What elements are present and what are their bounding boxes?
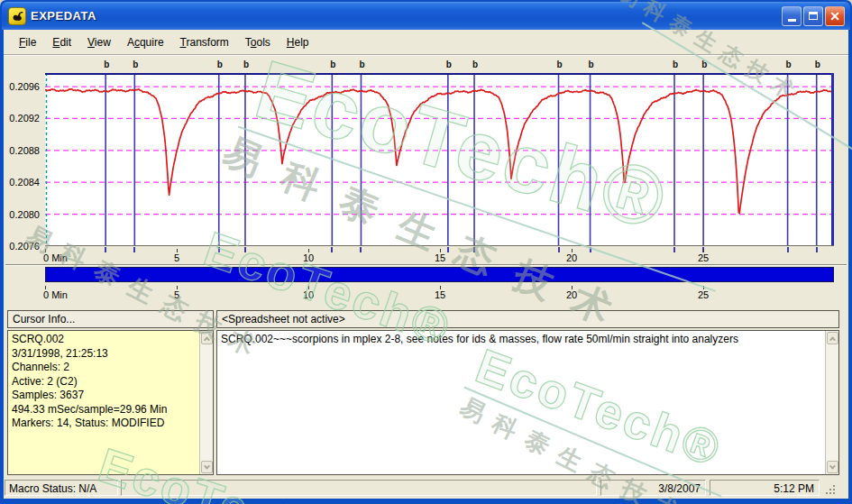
menu-item-file[interactable]: File: [11, 32, 44, 52]
x-tick-label: 20: [566, 252, 577, 263]
x-tick-label: 25: [698, 252, 709, 263]
x-tick-label: 0 Min: [43, 289, 68, 300]
resize-grip[interactable]: [833, 492, 835, 494]
marker-stub: [590, 247, 591, 252]
marker-label-row: bbbbbbbbbbbbbb: [45, 60, 834, 72]
app-window: EXPEDATA ✕ FileEditViewAcquireTransformT…: [0, 0, 852, 504]
chevron-up-icon: [829, 336, 836, 343]
separator-groove: [5, 264, 847, 266]
y-tick-label: 0.2092: [4, 113, 40, 124]
marker-stub: [473, 247, 475, 252]
marker-stub: [447, 247, 449, 252]
marker-stub: [244, 247, 246, 252]
marker-label-b: b: [359, 60, 364, 69]
x-tick-label: 5: [174, 252, 179, 263]
marker-label-b: b: [557, 60, 563, 69]
status-date: 3/8/2007: [600, 480, 706, 496]
scroll-up-button[interactable]: [827, 332, 838, 344]
marker-label-b: b: [815, 60, 820, 69]
y-tick-label: 0.2080: [4, 209, 40, 220]
scroll-down-button[interactable]: [827, 461, 838, 473]
cursor-info-header[interactable]: Cursor Info...: [7, 310, 214, 328]
chevron-down-icon: [829, 463, 836, 469]
status-filler: [121, 480, 597, 496]
marker-stub: [133, 247, 135, 252]
scroll-down-button[interactable]: [201, 461, 213, 473]
marker-stub: [787, 247, 789, 252]
x-tick-label: 10: [303, 252, 314, 263]
y-tick-label: 0.2076: [4, 241, 40, 252]
menu-bar: FileEditViewAcquireTransformToolsHelp: [4, 30, 848, 55]
marker-label-b: b: [673, 60, 678, 69]
menu-item-transform[interactable]: Transform: [172, 32, 237, 52]
y-tick-label: 0.2084: [4, 177, 40, 188]
x-tick-label: 25: [698, 289, 709, 300]
info-line-active: Active: 2 (C2): [12, 375, 197, 389]
y-tick-label: 0.2088: [4, 145, 40, 156]
x-tick-label: 15: [435, 289, 445, 300]
marker-stub: [558, 247, 560, 252]
marker-label-b: b: [786, 60, 792, 69]
minimize-icon: [788, 19, 796, 22]
x-tick-label: 20: [566, 289, 577, 300]
x-tick-label: 5: [174, 289, 179, 300]
marker-stub: [105, 247, 106, 252]
x-tick-label: 0 Min: [43, 252, 68, 263]
notes-text: SCRQ.002~~~scorpions in mplex 2-8, see n…: [221, 333, 822, 347]
info-line-filename: SCRQ.002: [12, 333, 197, 347]
menu-item-help[interactable]: Help: [279, 32, 317, 52]
info-line-rate: 494.33 mSec/sample=29.96 Min: [12, 403, 197, 417]
menu-item-tools[interactable]: Tools: [237, 32, 279, 52]
marker-label-b: b: [701, 60, 707, 69]
marker-label-b: b: [589, 60, 594, 69]
info-line-samples: Samples: 3637: [12, 389, 197, 403]
minimize-button[interactable]: [782, 6, 802, 26]
marker-stub: [673, 247, 675, 252]
info-line-channels: Channels: 2: [12, 361, 197, 375]
x-axis-navigator: 0 Min510152025: [45, 286, 834, 300]
marker-stub: [360, 247, 362, 252]
close-button[interactable]: ✕: [825, 6, 845, 26]
title-bar[interactable]: EXPEDATA ✕: [2, 2, 850, 30]
app-icon-scorpion: [8, 7, 26, 25]
spreadsheet-header[interactable]: <Spreadsheet not active>: [216, 310, 839, 328]
info-line-datetime: 3/31/1998, 21:25:13: [12, 347, 197, 362]
menu-item-edit[interactable]: Edit: [44, 32, 79, 52]
scorpion-glyph: [10, 9, 24, 23]
x-tick-label: 15: [435, 252, 445, 263]
marker-stub: [331, 247, 333, 252]
marker-label-b: b: [446, 60, 452, 69]
navigator-bar[interactable]: [45, 267, 834, 282]
x-tick-label: 10: [303, 289, 314, 300]
chart-plot[interactable]: [45, 73, 834, 246]
menu-item-view[interactable]: View: [79, 32, 119, 52]
status-bar: Macro Status: N/A 3/8/2007 5:12 PM: [4, 478, 848, 498]
marker-label-b: b: [133, 60, 138, 69]
marker-label-b: b: [217, 60, 223, 69]
window-title: EXPEDATA: [31, 9, 96, 23]
marker-label-b: b: [243, 60, 249, 69]
x-axis-main: 0 Min510152025: [45, 247, 834, 263]
window-content: FileEditViewAcquireTransformToolsHelp bb…: [4, 30, 848, 499]
status-time: 5:12 PM: [710, 480, 820, 496]
data-trace: [45, 89, 833, 214]
maximize-icon: [809, 12, 818, 20]
close-icon: ✕: [829, 10, 840, 23]
cursor-info-scrollbar[interactable]: [199, 331, 213, 474]
chevron-up-icon: [204, 336, 210, 343]
scroll-up-button[interactable]: [201, 332, 213, 344]
maximize-button[interactable]: [803, 6, 823, 26]
cursor-info-text: SCRQ.002 3/31/1998, 21:25:13 Channels: 2…: [12, 333, 197, 431]
notes-scrollbar[interactable]: [825, 331, 838, 474]
notes-panel[interactable]: SCRQ.002~~~scorpions in mplex 2-8, see n…: [216, 330, 839, 475]
cursor-info-panel: SCRQ.002 3/31/1998, 21:25:13 Channels: 2…: [7, 330, 214, 475]
marker-stub: [218, 247, 220, 252]
menu-item-acquire[interactable]: Acquire: [119, 32, 172, 52]
marker-stub: [816, 247, 818, 252]
marker-label-b: b: [330, 60, 335, 69]
y-tick-label: 0.2096: [4, 81, 40, 92]
chevron-down-icon: [204, 463, 210, 469]
marker-label-b: b: [104, 60, 109, 69]
info-line-markers: Markers: 14, Status: MODIFIED: [12, 417, 197, 431]
macro-status: Macro Status: N/A: [5, 480, 118, 496]
